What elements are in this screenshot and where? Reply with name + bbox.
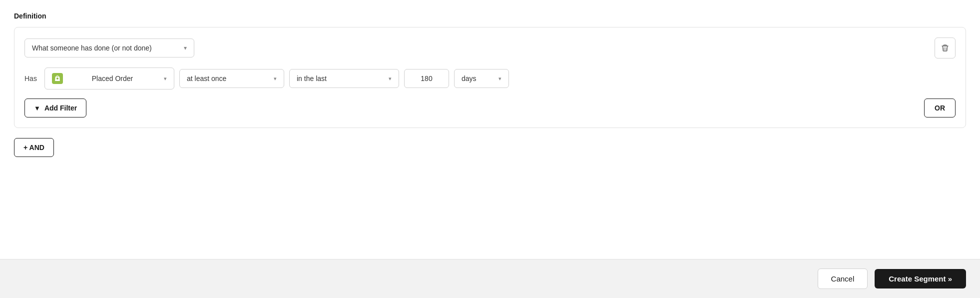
- footer-bar: Cancel Create Segment »: [0, 259, 980, 298]
- condition-row: Has Placed Order ▾ at least once ▾ in th…: [24, 68, 956, 90]
- in-the-last-label: in the last: [297, 74, 327, 82]
- shopify-bag-icon: [54, 75, 61, 82]
- definition-box: What someone has done (or not done) ▾ Ha…: [14, 27, 966, 128]
- chevron-down-icon: ▾: [274, 76, 277, 82]
- create-segment-label: Create Segment »: [889, 274, 952, 283]
- has-label: Has: [24, 74, 39, 82]
- chevron-down-icon: ▾: [498, 76, 501, 82]
- or-button[interactable]: OR: [924, 98, 956, 118]
- at-least-once-label: at least once: [187, 74, 226, 82]
- placed-order-label: Placed Order: [92, 74, 133, 82]
- days-dropdown[interactable]: days ▾: [454, 69, 509, 88]
- chevron-down-icon: ▾: [164, 76, 167, 82]
- trash-icon: [941, 44, 949, 52]
- section-title: Definition: [14, 12, 966, 20]
- filter-icon: ▼: [34, 104, 40, 112]
- at-least-once-dropdown[interactable]: at least once ▾: [179, 69, 284, 88]
- what-done-label: What someone has done (or not done): [32, 44, 152, 52]
- in-the-last-dropdown[interactable]: in the last ▾: [289, 69, 399, 88]
- what-done-dropdown[interactable]: What someone has done (or not done) ▾: [24, 38, 194, 58]
- shopify-icon: [52, 73, 66, 84]
- cancel-label: Cancel: [831, 274, 855, 283]
- delete-button[interactable]: [935, 38, 956, 58]
- add-filter-label: Add Filter: [44, 104, 77, 112]
- placed-order-dropdown[interactable]: Placed Order ▾: [44, 68, 174, 90]
- number-input[interactable]: [404, 69, 449, 88]
- days-label: days: [462, 74, 477, 82]
- create-segment-button[interactable]: Create Segment »: [875, 269, 966, 288]
- chevron-down-icon: ▾: [389, 76, 392, 82]
- add-filter-button[interactable]: ▼ Add Filter: [24, 98, 86, 118]
- chevron-down-icon: ▾: [184, 44, 187, 52]
- and-button[interactable]: + AND: [14, 138, 54, 157]
- top-row: What someone has done (or not done) ▾: [24, 38, 956, 58]
- or-label: OR: [935, 104, 945, 112]
- bottom-row: ▼ Add Filter OR: [24, 98, 956, 118]
- and-label: + AND: [23, 144, 44, 152]
- cancel-button[interactable]: Cancel: [818, 268, 868, 289]
